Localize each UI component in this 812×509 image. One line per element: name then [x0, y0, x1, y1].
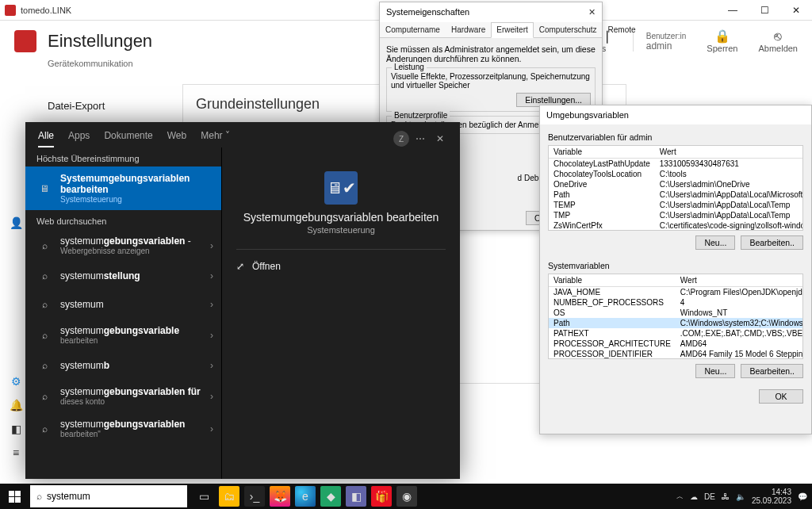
col-value[interactable]: Wert [655, 146, 803, 159]
table-row: ChocolateyToolsLocationC:\tools [549, 169, 803, 179]
dialog-close-icon[interactable]: ✕ [588, 7, 596, 17]
app-icon-3[interactable]: 🎁 [371, 486, 392, 507]
taskbar-search-input[interactable] [47, 491, 181, 502]
search-tab-docs[interactable]: Dokumente [104, 130, 152, 147]
sys-new-button[interactable]: Neu... [695, 364, 735, 378]
table-row: PathC:\Windows\system32;C:\Windows;C:\Wi… [549, 318, 803, 328]
tab-remote[interactable]: Remote [603, 22, 642, 37]
search-tab-more[interactable]: Mehr [201, 130, 230, 147]
group-profiles: Benutzerprofile [392, 111, 450, 120]
open-icon: ⤢ [236, 261, 244, 272]
more-options-icon[interactable]: ⋯ [416, 133, 427, 144]
edge-icon[interactable]: e [295, 486, 316, 507]
search-tab-all[interactable]: Alle [38, 130, 54, 147]
web-result[interactable]: ⌕systemumgebungsvariablebearbeiten› [25, 319, 221, 351]
chevron-right-icon: › [210, 270, 213, 281]
app-logo [14, 30, 36, 52]
detail-monitor-icon: 🖥✔ [324, 171, 358, 205]
table-row: PROCESSOR_IDENTIFIERAMD64 Family 15 Mode… [549, 349, 803, 359]
logout-button[interactable]: ⎋ Abmelden [758, 29, 798, 54]
web-result[interactable]: ⌕systemum› [25, 290, 221, 319]
best-match-header: Höchste Übereinstimmung [25, 147, 221, 166]
tray-chevron-up-icon[interactable]: ︿ [676, 492, 684, 502]
admin-hint: Sie müssen als Administrator angemeldet … [386, 44, 596, 63]
user-edit-button[interactable]: Bearbeiten.. [741, 235, 803, 250]
search-icon: ⌕ [36, 238, 52, 254]
web-result[interactable]: ⌕systemumgebungsvariablenbearbeiten"› [25, 412, 221, 445]
env-ok-button[interactable]: OK [759, 389, 803, 404]
table-row: OSWindows_NT [549, 308, 803, 318]
profile-avatar[interactable]: Z [393, 131, 409, 147]
table-row: PATHEXT.COM;.EXE;.BAT;.CMD;.VBS;.VBE;.JS… [549, 328, 803, 339]
web-result[interactable]: ⌕systemumb› [25, 351, 221, 380]
chevron-right-icon: › [210, 391, 213, 402]
tab-advanced[interactable]: Erweitert [491, 22, 533, 38]
web-result[interactable]: ⌕systemumstellung› [25, 262, 221, 290]
tray-sound-icon[interactable]: 🔈 [736, 492, 745, 501]
table-row: ZsWinCertPfxC:\certificates\code-signing… [549, 220, 803, 231]
table-row: TEMPC:\Users\admin\AppData\Local\Temp [549, 200, 803, 210]
group-performance: Leistung [392, 63, 427, 71]
search-tab-web[interactable]: Web [167, 130, 186, 147]
explorer-icon[interactable]: 🗂 [219, 486, 239, 507]
maximize-button[interactable]: ☐ [749, 0, 780, 21]
user-vars-label: Benutzervariablen für admin [548, 132, 803, 142]
col-variable[interactable]: Variable [549, 146, 655, 159]
lock-icon: 🔒 [707, 29, 737, 44]
col-value[interactable]: Wert [676, 274, 803, 287]
dialog-title: Systemeigenschaften [386, 7, 469, 17]
chevron-right-icon: › [210, 423, 213, 434]
chevron-right-icon: › [210, 330, 213, 341]
tray-cloud-icon[interactable]: ☁ [690, 492, 698, 501]
monitor-icon: 🖥 [36, 181, 52, 197]
detail-title: Systemumgebungsvariablen bearbeiten [236, 211, 446, 224]
search-icon: ⌕ [36, 297, 52, 312]
chevron-right-icon: › [210, 299, 213, 310]
search-tab-apps[interactable]: Apps [68, 130, 90, 147]
terminal-icon[interactable]: ›_ [244, 486, 265, 507]
table-row: TMPC:\Users\admin\AppData\Local\Temp [549, 210, 803, 220]
app-logo-small [5, 5, 16, 16]
web-result[interactable]: ⌕systemumgebungsvariablen fürdieses kont… [25, 380, 221, 412]
firefox-icon[interactable]: 🦊 [270, 486, 290, 507]
detail-subtitle: Systemsteuerung [236, 225, 446, 235]
tab-hardware[interactable]: Hardware [446, 22, 491, 37]
tab-computerschutz[interactable]: Computerschutz [534, 22, 603, 37]
table-row: ChocolateyLastPathUpdate1331005934304876… [549, 159, 803, 170]
env-dialog-title: Umgebungsvariablen [546, 110, 629, 120]
chevron-right-icon: › [210, 360, 213, 371]
minimize-button[interactable]: — [717, 0, 749, 21]
open-action[interactable]: ⤢ Öffnen [236, 261, 446, 272]
lock-button[interactable]: 🔒 Sperren [707, 29, 737, 54]
user-vars-table[interactable]: VariableWert ChocolateyLastPathUpdate133… [548, 145, 803, 231]
search-icon: ⌕ [36, 327, 52, 343]
app-icon-1[interactable]: ◆ [320, 486, 341, 507]
app-icon-4[interactable]: ◉ [396, 486, 417, 507]
sys-edit-button[interactable]: Bearbeiten.. [741, 364, 803, 378]
taskbar-search[interactable]: ⌕ [30, 485, 187, 507]
tab-computername[interactable]: Computername [380, 22, 446, 37]
tray-clock[interactable]: 14:43 25.09.2023 [752, 488, 791, 505]
close-button[interactable]: ✕ [780, 0, 812, 21]
start-search-panel: Alle Apps Dokumente Web Mehr Z ⋯ ✕ Höchs… [25, 122, 460, 479]
start-button[interactable] [0, 484, 29, 509]
task-view-icon[interactable]: ▭ [193, 486, 214, 507]
sys-vars-table[interactable]: VariableWert JAVA_HOMEC:\Program Files\O… [548, 274, 803, 359]
sys-vars-label: Systemvariablen [548, 261, 803, 270]
col-variable[interactable]: Variable [549, 274, 676, 287]
search-icon: ⌕ [36, 358, 52, 373]
table-row: NUMBER_OF_PROCESSORS4 [549, 297, 803, 308]
tray-lang[interactable]: DE [704, 492, 715, 501]
nav-file-export[interactable]: Datei-Export [0, 92, 159, 120]
search-close-icon[interactable]: ✕ [433, 133, 447, 144]
app-icon-2[interactable]: ◧ [346, 486, 366, 507]
result-env-vars[interactable]: 🖥 Systemumgebungsvariablen bearbeiten Sy… [25, 166, 221, 210]
search-icon: ⌕ [36, 491, 42, 502]
search-icon: ⌕ [36, 268, 52, 284]
tray-notifications-icon[interactable]: 💬 [798, 492, 807, 501]
user-new-button[interactable]: Neu... [695, 235, 735, 250]
web-result[interactable]: ⌕systemumgebungsvariablen -Webergebnisse… [25, 229, 221, 262]
performance-text: Visuelle Effekte, Prozessorzeitplanung, … [391, 72, 591, 90]
tray-network-icon[interactable]: 🖧 [722, 492, 730, 501]
search-icon: ⌕ [36, 421, 52, 437]
